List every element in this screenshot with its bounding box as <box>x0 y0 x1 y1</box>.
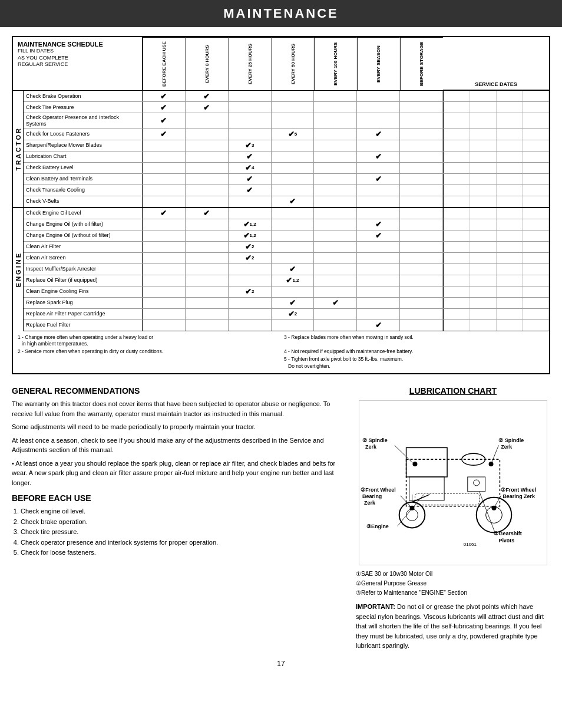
svg-rect-10 <box>415 493 479 505</box>
svg-line-31 <box>398 495 424 526</box>
lub-chart-title: LUBRICATION CHART <box>356 386 550 396</box>
col-header-1: BEFORE EACH USE <box>143 37 186 90</box>
page-header: MAINTENANCE <box>0 0 562 27</box>
svg-point-4 <box>406 509 418 521</box>
col-header-6: EVERY SEASON <box>357 37 400 90</box>
general-rec-para-3: At least once a season, check to see if … <box>12 436 347 455</box>
col-header-2: EVERY 8 HOURS <box>186 37 229 90</box>
lubrication-chart: LUBRICATION CHART <box>356 386 550 651</box>
table-row: Clean Engine Cooling Fins ✔2 <box>24 286 549 298</box>
page-number: 17 <box>12 660 550 668</box>
table-row: Clean Air Filter ✔2 <box>24 242 549 253</box>
column-headers: BEFORE EACH USE EVERY 8 HOURS EVERY 25 H… <box>143 37 443 90</box>
list-item: Check operator presence and interlock sy… <box>21 538 347 548</box>
svg-point-13 <box>412 462 417 466</box>
table-row: Check for Loose Fasteners ✔ ✔5 ✔ <box>24 129 549 140</box>
svg-text:③Engine: ③Engine <box>366 523 389 529</box>
left-column: GENERAL RECOMMENDATIONS The warranty on … <box>12 386 347 651</box>
table-row: Lubrication Chart ✔ ✔ <box>24 151 549 163</box>
list-item: Check tire pressure. <box>21 527 347 538</box>
table-row: Clean Battery and Terminals ✔ ✔ <box>24 174 549 185</box>
svg-text:②Front Wheel: ②Front Wheel <box>361 487 396 493</box>
svg-text:②Front Wheel: ②Front Wheel <box>501 487 536 493</box>
svg-point-12 <box>474 480 480 486</box>
lub-footnote-3: ③Refer to Maintenance "ENGINE" Section <box>356 589 550 597</box>
bottom-section: GENERAL RECOMMENDATIONS The warranty on … <box>12 386 550 651</box>
svg-text:② Spindle: ② Spindle <box>362 437 388 443</box>
general-rec-para-2: Some adjustments will need to be made pe… <box>12 422 347 432</box>
col-header-3: EVERY 25 HOURS <box>229 37 272 90</box>
before-each-use-list: Check engine oil level. Check brake oper… <box>21 506 347 558</box>
tractor-label: TRACTOR <box>15 127 22 171</box>
table-row: Clean Air Screen ✔2 <box>24 253 549 264</box>
svg-text:Zerk: Zerk <box>364 500 375 506</box>
footnotes: 1 - Change more often when operating und… <box>13 331 549 373</box>
table-row: Replace Air Filter Paper Cartridge ✔2 <box>24 309 549 320</box>
col-header-5: EVERY 100 HOURS <box>314 37 357 90</box>
svg-text:①Gearshift: ①Gearshift <box>494 531 522 536</box>
table-row: Check Battery Level ✔4 <box>24 163 549 174</box>
footnote-5: 5 - Tighten front axle pivot bolt to 35 … <box>284 356 544 370</box>
schedule-subtitle: FILL IN DATES AS YOU COMPLETE REGULAR SE… <box>18 48 137 68</box>
schedule-title: MAINTENANCE SCHEDULE <box>18 41 137 48</box>
footnote-2: 2 - Service more often when operating in… <box>18 348 278 355</box>
general-rec-title: GENERAL RECOMMENDATIONS <box>12 386 347 396</box>
lub-svg: ② Spindle Zerk ② Spindle Zerk ②Front Whe… <box>359 401 547 565</box>
footnote-1: 1 - Change more often when operating und… <box>18 334 278 348</box>
table-row: Change Engine Oil (with oil filter) ✔1,2… <box>24 219 549 230</box>
lub-footnote-2: ②General Purpose Grease <box>356 579 550 588</box>
svg-text:01061: 01061 <box>464 542 477 547</box>
table-row: Check V-Belts ✔ <box>24 196 549 207</box>
table-row: Check Transaxle Cooling ✔ <box>24 185 549 196</box>
list-item: Check for loose fasteners. <box>21 548 347 558</box>
svg-text:Bearing Zerk: Bearing Zerk <box>503 493 535 499</box>
list-item: Check engine oil level. <box>21 506 347 517</box>
table-row: Replace Fuel Filter ✔ <box>24 320 549 331</box>
table-row: Check Tire Pressure ✔ ✔ <box>24 102 549 113</box>
svg-rect-9 <box>409 477 445 500</box>
svg-text:Zerk: Zerk <box>365 444 376 450</box>
svg-point-14 <box>489 462 494 466</box>
right-column: LUBRICATION CHART <box>356 386 550 651</box>
svg-text:Zerk: Zerk <box>501 444 512 450</box>
lub-footnotes: ①SAE 30 or 10w30 Motor Oil ②General Purp… <box>356 570 550 597</box>
svg-line-22 <box>491 446 499 465</box>
svg-rect-11 <box>468 477 485 492</box>
table-row: Sharpen/Replace Mower Blades ✔3 <box>24 140 549 151</box>
col-header-4: EVERY 50 HOURS <box>272 37 315 90</box>
svg-text:Pivots: Pivots <box>498 538 514 543</box>
table-row: Replace Spark Plug ✔ ✔ <box>24 298 549 309</box>
list-item: Check brake operation. <box>21 517 347 528</box>
lub-footnote-1: ①SAE 30 or 10w30 Motor Oil <box>356 570 550 578</box>
before-each-use-title: BEFORE EACH USE <box>12 493 347 503</box>
general-rec-bullet: • At least once a year you should replac… <box>12 459 347 488</box>
page-title: MAINTENANCE <box>6 6 556 21</box>
table-row: Replace Oil Filter (if equipped) ✔1,2 <box>24 275 549 286</box>
svg-text:Bearing: Bearing <box>362 493 382 499</box>
col-header-7: BEFORE STORAGE <box>400 37 443 90</box>
svg-rect-1 <box>406 447 448 477</box>
maintenance-schedule: MAINTENANCE SCHEDULE FILL IN DATES AS YO… <box>12 36 550 374</box>
schedule-title-block: MAINTENANCE SCHEDULE FILL IN DATES AS YO… <box>13 37 143 90</box>
before-each-use: BEFORE EACH USE Check engine oil level. … <box>12 493 347 558</box>
table-row: Check Engine Oil Level ✔ ✔ <box>24 208 549 219</box>
engine-section: ENGINE Check Engine Oil Level ✔ ✔ <box>13 207 549 331</box>
footnote-3: 3 - Replace blades more often when mowin… <box>284 334 544 348</box>
general-recommendations: GENERAL RECOMMENDATIONS The warranty on … <box>12 386 347 487</box>
svg-point-16 <box>492 506 497 510</box>
table-row: Check Operator Presence and Interlock Sy… <box>24 113 549 129</box>
important-text: IMPORTANT: Do not oil or grease the pivo… <box>356 602 550 651</box>
engine-label: ENGINE <box>15 252 22 287</box>
tractor-section: TRACTOR Check Brake Operation ✔ ✔ <box>13 90 549 207</box>
svg-text:② Spindle: ② Spindle <box>498 437 524 443</box>
table-row: Change Engine Oil (without oil filter) ✔… <box>24 230 549 242</box>
table-row: Check Brake Operation ✔ ✔ <box>24 91 549 102</box>
svg-line-19 <box>395 446 414 465</box>
table-row: Inspect Muffler/Spark Arrester ✔ <box>24 264 549 275</box>
svg-point-5 <box>477 498 512 533</box>
service-dates-header: SERVICE DATES <box>443 37 549 90</box>
footnote-4: 4 - Not required if equipped with mainte… <box>284 348 544 355</box>
general-rec-para-1: The warranty on this tractor does not co… <box>12 399 347 419</box>
lub-diagram: ② Spindle Zerk ② Spindle Zerk ②Front Whe… <box>359 400 547 565</box>
